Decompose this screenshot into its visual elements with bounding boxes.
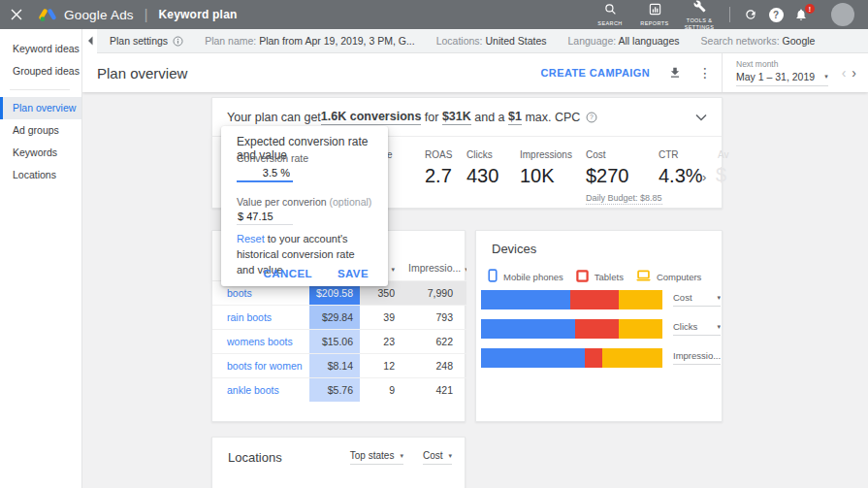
metric-roas: ROAS2.7 [425,149,452,187]
plan-settings-summary: Plan name: Plan from Apr 19, 2019, 3 PM,… [183,35,815,47]
chevron-down-icon: ▾ [824,73,828,81]
date-range-dropdown[interactable]: May 1 – 31, 2019 ▾ [736,71,828,86]
metric-clicks: Clicks430 [466,149,498,187]
mobile-icon [488,269,503,284]
keyword-link[interactable]: womens boots [227,336,293,347]
collapse-panel-icon[interactable] [82,29,97,53]
impressions-cell: 7,990 [408,280,466,305]
top-app-bar: Google Ads | Keyword plan SEARCH REPORTS… [0,0,868,29]
max-cpc-estimate[interactable]: $1 [508,110,522,125]
keyword-link[interactable]: rain boots [227,311,272,323]
sidebar-item-keywords[interactable]: Keywords [0,142,81,164]
devices-metric-dropdown-1[interactable]: Cost▾ [673,292,721,307]
locations-title: Locations [228,450,282,465]
impressions-cell: 622 [408,329,466,353]
create-campaign-button[interactable]: CREATE CAMPAIGN [540,67,650,79]
sidebar-item-plan-overview[interactable]: Plan overview [0,97,81,119]
previous-period-icon[interactable]: ‹ [842,65,847,81]
keyword-link[interactable]: boots [227,287,252,299]
conversions-estimate[interactable]: 1.6K conversions [321,110,422,125]
plan-settings-bar: Plan settings Plan name: Plan from Apr 1… [82,29,868,53]
locations-breakdown-dropdown[interactable]: Top states▾ [350,450,403,465]
page-header: Plan overview CREATE CAMPAIGN ⋮ Next mon… [82,53,868,92]
stacked-bar-impressio [481,348,662,368]
save-button[interactable]: SAVE [330,264,376,283]
clicks-cell: 9 [360,377,408,402]
help-circle-icon[interactable]: ? [586,112,597,123]
impressions-cell: 248 [408,353,466,377]
google-ads-logo-icon [39,8,56,22]
reports-nav-button[interactable]: REPORTS [632,2,677,27]
cost-estimate[interactable]: $31K [442,110,471,125]
faded-metric-value: $ [716,164,726,186]
legend-mobile: Mobile phones [488,269,563,284]
legend-tablet: Tablets [576,270,624,284]
keyword-link[interactable]: boots for women [227,360,303,372]
sidebar-item-ad-groups[interactable]: Ad groups [0,119,81,142]
scroll-metrics-right-icon[interactable]: › [702,170,706,184]
plan-setting-item: Language: All languages [568,35,680,47]
notifications-bell-icon[interactable]: ! [788,8,814,21]
chevron-down-icon: ▾ [717,294,721,302]
reset-link[interactable]: Reset [237,233,265,244]
next-period-icon[interactable]: › [852,65,856,81]
plan-settings-button[interactable]: Plan settings [110,35,183,47]
devices-stacked-bars [481,290,662,377]
plan-setting-item: Search networks: Google [701,35,816,47]
sidebar-item-locations[interactable]: Locations [0,164,81,186]
avatar[interactable] [831,3,854,26]
download-icon[interactable] [668,66,682,80]
bar-segment-mobile [481,290,570,309]
devices-card: Devices Mobile phonesTabletsComputers Co… [475,230,723,422]
plan-setting-item: Locations: United States [436,35,547,47]
bar-segment-tablet [570,290,619,309]
value-per-conversion-label: Value per converion (optional) [237,196,371,208]
wrench-icon [693,0,706,16]
metric-impressions: Impressions10K [520,149,572,187]
cost-heat-cell: $15.06 [309,329,360,353]
page-name: Keyword plan [158,8,237,21]
bar-segment-tablet [575,319,619,339]
keyword-link[interactable]: ankle boots [227,384,279,396]
bar-segment-computer [619,319,662,339]
metric-cost: Cost$270Daily Budget: $8.85 [586,149,662,205]
conversion-rate-input[interactable] [237,165,293,182]
devices-metric-dropdown-3[interactable]: Impressio...▾ [673,350,721,365]
table-row: womens boots$15.0623622 [212,329,466,353]
stacked-bar-cost [481,290,662,309]
sidebar-item-grouped-ideas[interactable]: Grouped ideas [0,60,81,82]
clicks-cell: 23 [360,329,408,353]
legend-computer: Computers [636,270,701,283]
tools-settings-nav-button[interactable]: TOOLS & SETTINGS [677,0,722,30]
left-nav-sidebar: Keyword ideasGrouped ideasPlan overviewA… [0,29,82,488]
conversion-settings-popover: Expected conversion rate and value Conve… [221,126,388,286]
chevron-down-icon: ▾ [717,323,721,331]
devices-title: Devices [492,242,536,256]
cost-heat-cell: $5.76 [309,377,360,402]
svg-text:?: ? [590,114,594,120]
devices-metric-dropdown-2[interactable]: Clicks▾ [673,321,721,336]
collapse-banner-chevron-icon[interactable] [695,114,707,121]
clicks-cell: 12 [360,353,408,377]
sidebar-divider [10,89,70,90]
refresh-icon[interactable] [738,8,763,21]
bar-segment-computer [602,348,662,368]
locations-metric-dropdown[interactable]: Cost▾ [423,450,452,465]
chevron-down-icon: ▾ [448,452,452,460]
value-per-conversion-input[interactable] [237,209,293,225]
info-icon [173,36,183,47]
search-nav-button[interactable]: SEARCH [588,2,632,27]
faded-metric-label: Av [718,149,729,160]
devices-legend: Mobile phonesTabletsComputers [488,269,714,284]
cancel-button[interactable]: CANCEL [256,264,320,283]
more-options-kebab-icon[interactable]: ⋮ [698,65,710,81]
sidebar-item-keyword-ideas[interactable]: Keyword ideas [0,38,81,60]
help-icon[interactable]: ? [763,8,788,22]
conversion-rate-label: Conversion rate [237,152,308,164]
impressions-cell: 793 [408,305,466,329]
bar-segment-mobile [481,348,585,368]
date-range-selector: Next month May 1 – 31, 2019 ▾ ‹ › [722,53,868,92]
close-icon[interactable] [0,9,33,20]
clicks-cell: 39 [360,305,408,329]
column-header-impressio[interactable]: Impressio...▾ [408,255,466,280]
